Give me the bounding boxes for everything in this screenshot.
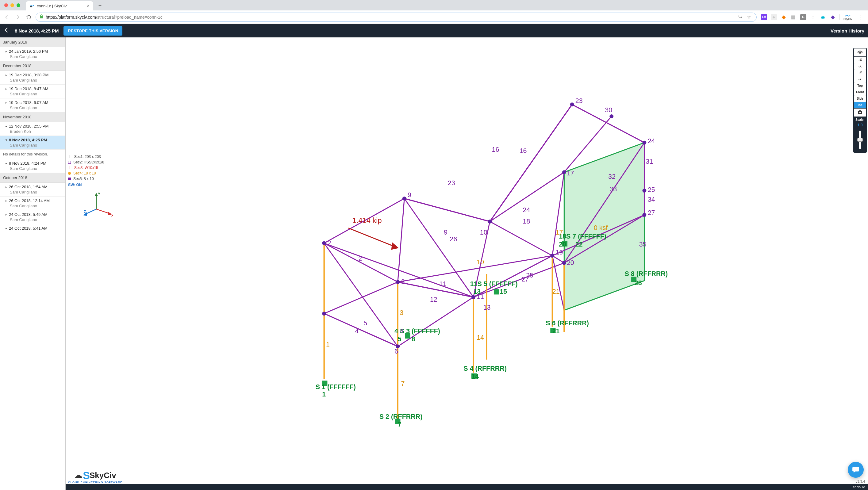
svg-text:23: 23: [448, 179, 455, 187]
revision-item[interactable]: 8 Nov 2018, 4:25 PMSam Carigliano: [0, 136, 65, 150]
revision-month-header: January 2019: [0, 37, 65, 47]
revision-author: Sam Carigliano: [5, 143, 62, 148]
chat-button[interactable]: [848, 462, 864, 478]
svg-point-13: [488, 220, 492, 224]
extension-4-icon[interactable]: ▦: [790, 14, 797, 20]
revision-author: Sam Carigliano: [5, 92, 62, 96]
revision-item[interactable]: 26 Oct 2018, 12:14 AMSam Carigliano: [0, 197, 65, 210]
view-controls-panel: +X-X+Y-YTopFrontSideIso Scale: 1.0: [853, 48, 867, 153]
scale-value: 1.0: [854, 123, 866, 129]
svg-point-0: [30, 6, 32, 7]
svg-point-22: [396, 280, 400, 284]
svg-text:14: 14: [471, 373, 479, 380]
extension-7-icon[interactable]: ◉: [820, 14, 826, 20]
svg-text:17: 17: [567, 170, 574, 177]
view-plusminus-y-button[interactable]: +Y: [854, 70, 866, 76]
zoom-icon[interactable]: [737, 14, 744, 20]
bookmark-star-icon[interactable]: ☆: [745, 14, 753, 20]
revision-author: Sam Carigliano: [5, 218, 62, 222]
window-chrome: conn-1c | SkyCiv × +: [0, 0, 868, 10]
svg-text:11S 5 (FFFFFF): 11S 5 (FFFFFF): [470, 280, 518, 288]
nav-forward-button[interactable]: [13, 13, 22, 22]
new-tab-button[interactable]: +: [96, 2, 104, 9]
extension-3-icon[interactable]: ◆: [781, 14, 787, 20]
revision-item[interactable]: 26 Oct 2018, 1:54 AMSam Carigliano: [0, 183, 65, 197]
extension-skyciv-icon[interactable]: SkyCiv: [843, 14, 852, 21]
restore-version-button[interactable]: RESTORE THIS VERSION: [63, 26, 122, 36]
svg-text:1.414 kip: 1.414 kip: [352, 217, 382, 224]
svg-text:5: 5: [398, 335, 402, 343]
svg-text:27: 27: [648, 209, 655, 217]
svg-text:31: 31: [646, 158, 653, 165]
revisions-sidebar[interactable]: January 201924 Jan 2019, 2:56 PMSam Cari…: [0, 37, 66, 490]
view-minus-y-button[interactable]: -Y: [854, 76, 866, 83]
app-header: 8 Nov 2018, 4:25 PM RESTORE THIS VERSION…: [0, 24, 868, 37]
revision-item[interactable]: 19 Dec 2018, 3:28 PMSam Carigliano: [0, 71, 65, 85]
revision-date: 26 Oct 2018, 12:14 AM: [5, 198, 62, 203]
model-canvas[interactable]: 1.414 kip 0 ksf S 1 (FFFFFF) 1 S 2 (RFFR…: [66, 37, 868, 490]
view-minus-x-button[interactable]: -X: [854, 63, 866, 70]
svg-text:18: 18: [523, 218, 530, 225]
version-history-title: Version History: [831, 28, 864, 33]
revision-item[interactable]: 12 Nov 2018, 2:55 PMBraden Koh: [0, 122, 65, 136]
svg-text:13: 13: [484, 304, 491, 311]
extension-icons: LH ◆ ◆ ▦ G ○ ◉ ◆ SkyCiv: [759, 14, 854, 21]
svg-text:34: 34: [648, 196, 655, 203]
svg-point-24: [322, 312, 326, 316]
scale-slider[interactable]: [859, 131, 861, 149]
revision-item[interactable]: 19 Dec 2018, 8:47 AMSam Carigliano: [0, 85, 65, 98]
window-close-icon[interactable]: [4, 3, 8, 7]
view-top-button[interactable]: Top: [854, 83, 866, 89]
header-back-button[interactable]: [4, 27, 10, 35]
nav-back-button[interactable]: [2, 13, 11, 22]
svg-point-2: [739, 15, 741, 17]
svg-rect-32: [494, 289, 499, 294]
window-zoom-icon[interactable]: [17, 3, 20, 7]
revision-item[interactable]: 24 Oct 2018, 5:41 AM: [0, 224, 65, 233]
revision-item[interactable]: 24 Oct 2018, 5:49 AMSam Carigliano: [0, 210, 65, 224]
browser-tab[interactable]: conn-1c | SkyCiv ×: [26, 1, 93, 10]
extension-8-icon[interactable]: ◆: [830, 14, 836, 20]
svg-text:21: 21: [552, 327, 560, 335]
svg-text:17: 17: [555, 229, 563, 236]
svg-text:35: 35: [639, 241, 647, 248]
svg-text:5: 5: [364, 320, 367, 327]
self-weight-status: SW: ON: [68, 183, 82, 187]
browser-menu-button[interactable]: ⋮: [856, 14, 866, 21]
address-bar[interactable]: https://platform.skyciv.com/structural?p…: [36, 12, 757, 22]
window-minimize-icon[interactable]: [10, 3, 14, 7]
view-iso-button[interactable]: Iso: [854, 102, 866, 108]
svg-text:0 ksf: 0 ksf: [594, 224, 608, 231]
revision-item[interactable]: 24 Jan 2019, 2:56 PMSam Carigliano: [0, 47, 65, 61]
view-plusminus-x-button[interactable]: +X: [854, 57, 866, 63]
tab-close-icon[interactable]: ×: [87, 3, 90, 8]
view-camera-button[interactable]: [854, 108, 866, 117]
scale-label: Scale:: [854, 117, 866, 123]
view-front-button[interactable]: Front: [854, 89, 866, 95]
nav-reload-button[interactable]: [25, 13, 33, 22]
revision-author: Sam Carigliano: [5, 190, 62, 194]
svg-text:20: 20: [559, 241, 566, 248]
extension-lh-icon[interactable]: LH: [761, 14, 767, 20]
svg-text:Y: Y: [98, 192, 100, 196]
svg-point-25: [610, 115, 613, 118]
revision-item[interactable]: 8 Nov 2018, 4:24 PMSam Carigliano: [0, 159, 65, 173]
view-visibility-button[interactable]: [854, 48, 866, 57]
lock-icon: [39, 14, 43, 20]
extension-5-icon[interactable]: G: [800, 14, 806, 20]
svg-rect-111: [859, 110, 861, 111]
svg-point-110: [860, 111, 861, 113]
revision-item[interactable]: 19 Dec 2018, 6:07 AMSam Carigliano: [0, 98, 65, 112]
svg-text:S 2 (RFFRRR): S 2 (RFFRRR): [379, 413, 423, 420]
svg-text:6: 6: [395, 348, 398, 355]
view-side-button[interactable]: Side: [854, 95, 866, 102]
svg-text:S 8 (RFFRRR): S 8 (RFFRRR): [625, 270, 668, 277]
extension-6-icon[interactable]: ○: [810, 14, 816, 20]
svg-point-108: [860, 52, 861, 53]
extension-2-icon[interactable]: ◆: [771, 14, 777, 20]
version-text: v3.3.4: [856, 480, 865, 483]
svg-point-12: [402, 197, 406, 200]
svg-text:8: 8: [412, 335, 415, 343]
revision-month-header: December 2018: [0, 61, 65, 71]
svg-point-15: [642, 141, 646, 145]
